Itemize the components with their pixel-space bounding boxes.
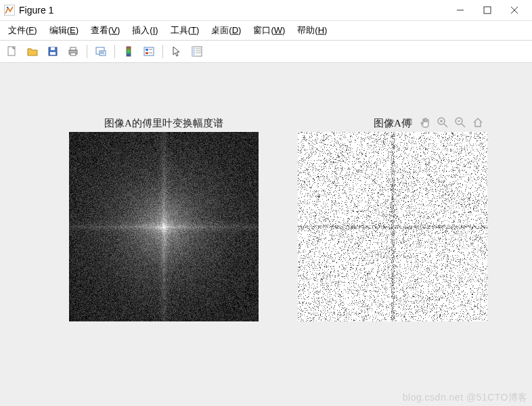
svg-rect-28: [403, 119, 412, 125]
data-tip-icon[interactable]: [401, 116, 414, 129]
minimize-button[interactable]: [447, 0, 474, 20]
toolbar-separator: [87, 45, 87, 58]
svg-line-36: [462, 124, 465, 127]
figure-toolbar: [0, 41, 532, 63]
data-cursor-button[interactable]: [93, 43, 109, 60]
svg-rect-3: [484, 7, 491, 14]
home-icon[interactable]: [471, 116, 485, 129]
svg-rect-11: [70, 47, 76, 50]
zoom-in-icon[interactable]: [436, 116, 449, 129]
subplot-right[interactable]: [298, 132, 487, 321]
svg-rect-19: [146, 49, 148, 51]
menu-bar: 文件(F) 编辑(E) 查看(V) 插入(I) 工具(T) 桌面(D) 窗口(W…: [0, 21, 532, 41]
svg-rect-9: [50, 52, 56, 55]
svg-rect-24: [192, 47, 195, 56]
menu-insert[interactable]: 插入(I): [129, 23, 160, 38]
menu-tools[interactable]: 工具(T): [168, 23, 202, 38]
svg-rect-17: [127, 47, 131, 56]
new-figure-button[interactable]: [4, 43, 20, 60]
menu-view[interactable]: 查看(V): [88, 23, 123, 38]
matlab-figure-icon: [4, 5, 15, 16]
toolbar-separator: [162, 45, 163, 58]
colorbar-button[interactable]: [120, 43, 137, 60]
subplot-left-title: 图像A的傅里叶变换幅度谱: [69, 117, 259, 130]
close-button[interactable]: [501, 0, 528, 20]
figure-canvas-area: 图像A的傅里叶变换幅度谱 图像A傅 blog.csdn.net @51CTO博客: [0, 63, 532, 406]
print-button[interactable]: [65, 43, 81, 60]
fft-phase-image[interactable]: [298, 132, 487, 321]
svg-rect-20: [146, 52, 148, 54]
fft-magnitude-image[interactable]: [69, 132, 259, 321]
menu-desktop[interactable]: 桌面(D): [208, 23, 244, 38]
brush-icon[interactable]: [383, 116, 397, 129]
legend-button[interactable]: [141, 43, 157, 60]
open-button[interactable]: [24, 43, 41, 60]
window-titlebar: Figure 1: [0, 0, 532, 21]
pan-icon[interactable]: [418, 116, 432, 129]
maximize-button[interactable]: [474, 0, 501, 20]
menu-file[interactable]: 文件(F): [5, 23, 40, 38]
svg-rect-12: [70, 53, 76, 55]
svg-point-1: [7, 7, 9, 9]
svg-rect-8: [51, 47, 55, 50]
watermark-text: blog.csdn.net @51CTO博客: [403, 392, 528, 404]
svg-line-32: [444, 124, 447, 127]
subplot-left[interactable]: [69, 132, 259, 321]
axes-toolbar: [383, 116, 485, 129]
menu-edit[interactable]: 编辑(E): [47, 23, 81, 38]
toolbar-separator: [114, 45, 115, 58]
zoom-out-icon[interactable]: [453, 116, 467, 129]
save-button[interactable]: [45, 43, 61, 60]
window-title: Figure 1: [19, 5, 53, 16]
property-inspector-button[interactable]: [189, 43, 205, 60]
pointer-button[interactable]: [169, 43, 185, 60]
svg-rect-18: [144, 47, 154, 55]
menu-window[interactable]: 窗口(W): [250, 23, 288, 38]
menu-help[interactable]: 帮助(H): [294, 23, 330, 38]
